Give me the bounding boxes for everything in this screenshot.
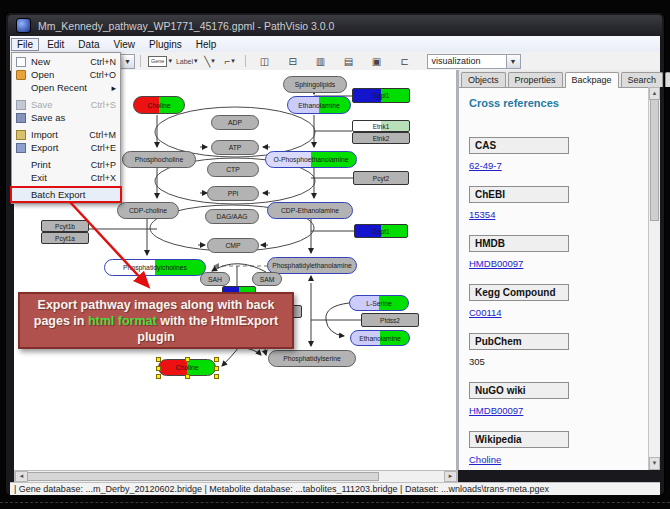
pathway-node-cdp-choline[interactable]: CDP-choline xyxy=(117,202,179,219)
selection-handle[interactable] xyxy=(185,357,190,362)
xref-link[interactable]: 62-49-7 xyxy=(469,160,649,171)
line-tool-button[interactable]: ╲▾ xyxy=(202,54,218,68)
pathway-node-cdp-ethanolamine[interactable]: CDP-Ethanolamine xyxy=(267,202,353,219)
sidebar-vertical-scrollbar[interactable]: ▲ ▼ xyxy=(648,87,660,470)
pathway-node-phosphocholine[interactable]: Phosphocholine xyxy=(122,151,196,168)
selection-handle[interactable] xyxy=(214,374,219,379)
chevron-down-icon[interactable]: ▼ xyxy=(120,55,134,68)
pathway-node-adp[interactable]: ADP xyxy=(211,115,259,130)
pathway-node-etnk2[interactable]: Etnk2 xyxy=(352,132,410,144)
file-menu-item-save-as[interactable]: Save as xyxy=(12,111,120,124)
common-height-button[interactable]: ⊏ xyxy=(397,54,413,68)
title-bar[interactable]: Mm_Kennedy_pathway_WP1771_45176.gpml - P… xyxy=(8,15,662,36)
xref-link[interactable]: C00114 xyxy=(469,307,649,318)
pathway-node-label: Sphingolipids xyxy=(295,81,335,88)
selection-handle[interactable] xyxy=(185,374,190,379)
tab-backpage[interactable]: Backpage xyxy=(565,72,619,88)
label-tool-button[interactable]: Label▾ xyxy=(176,54,198,68)
pathway-node-dag-aag[interactable]: DAG/AAG xyxy=(205,209,259,224)
xref-section-title: Wikipedia xyxy=(469,431,569,448)
file-menu-item-save[interactable]: SaveCtrl+S xyxy=(12,98,120,111)
export-icon xyxy=(16,143,26,153)
backpage-panel: Cross references CAS62-49-7ChEBI15354HMD… xyxy=(459,87,649,470)
pathway-node-choline[interactable]: Choline xyxy=(133,96,185,114)
pathway-node-sphingolipids[interactable]: Sphingolipids xyxy=(283,76,347,93)
common-width-button[interactable]: ▣ xyxy=(369,54,385,68)
pathway-node-sgpl1[interactable]: Sgpl1 xyxy=(352,88,410,103)
tab-properties[interactable]: Properties xyxy=(508,72,563,87)
connector-tool-button[interactable]: ⌐▾ xyxy=(222,54,238,68)
menu-data[interactable]: Data xyxy=(72,38,105,51)
selection-handle[interactable] xyxy=(156,357,161,362)
chevron-down-icon[interactable]: ▾ xyxy=(231,57,235,65)
chevron-down-icon[interactable]: ▾ xyxy=(211,57,215,65)
desktop-background: Mm_Kennedy_pathway_WP1771_45176.gpml - P… xyxy=(0,0,670,509)
pathway-node-pcyt2[interactable]: Pcyt2 xyxy=(353,171,409,185)
pathway-node-label: SAM xyxy=(260,276,275,283)
pathway-node-l-serine[interactable]: L-Serine xyxy=(349,295,409,311)
xref-link[interactable]: HMDB00097 xyxy=(469,405,649,416)
file-menu-item-batch-export[interactable]: Batch Export xyxy=(12,188,120,201)
xref-link[interactable]: Choline xyxy=(469,454,649,465)
pathway-node-ethanolamine[interactable]: Ethanolamine xyxy=(350,330,410,346)
pathway-node-ppi[interactable]: PPi xyxy=(207,186,259,201)
xref-value: 305 xyxy=(469,356,649,367)
pathway-node-phosphatidylserine[interactable]: Phosphatidylserine xyxy=(268,350,356,367)
pathway-node-phosphatidylcholines[interactable]: Phosphatidylcholines xyxy=(104,259,206,276)
scrollbar-thumb[interactable] xyxy=(650,99,659,221)
pathway-node-cept1[interactable]: Cept1 xyxy=(354,224,408,238)
visualization-combobox[interactable]: visualization ▼ xyxy=(427,54,521,69)
tab-search[interactable]: Search xyxy=(621,72,664,87)
gene-tool-button[interactable]: Gene▾ xyxy=(148,54,172,68)
align-center-y-button[interactable]: ⊟ xyxy=(285,54,301,68)
pathway-node-choline[interactable]: Choline xyxy=(158,359,216,376)
selection-handle[interactable] xyxy=(156,366,161,371)
tab-objects[interactable]: Objects xyxy=(461,72,506,87)
tab-legend[interactable]: Legend xyxy=(665,72,670,87)
pathway-node-label: Ptdss2 xyxy=(380,317,400,324)
menu-view[interactable]: View xyxy=(107,38,141,51)
pathway-node-o-phosphoethanolamine[interactable]: O-Phosphoethanolamine xyxy=(265,151,357,168)
menu-file[interactable]: File xyxy=(11,38,39,51)
file-menu-item-export[interactable]: ExportCtrl+E xyxy=(12,141,120,154)
xref-link[interactable]: 15354 xyxy=(469,209,649,220)
pathway-node-pcyt1a[interactable]: Pcyt1a xyxy=(41,232,89,244)
pathway-node-phosphatidylethanolamine[interactable]: Phosphatidylethanolamine xyxy=(267,257,357,274)
pathway-node-sam[interactable]: SAM xyxy=(252,272,282,286)
xref-section-chebi: ChEBI15354 xyxy=(469,184,649,220)
xref-link[interactable]: HMDB00097 xyxy=(469,258,649,269)
pathway-node-cmp[interactable]: CMP xyxy=(207,238,259,253)
xref-section-wikipedia: WikipediaCholine xyxy=(469,429,649,465)
scroll-right-arrow-icon[interactable]: ► xyxy=(444,471,457,482)
selection-handle[interactable] xyxy=(214,357,219,362)
pathway-node-label: CMP xyxy=(225,242,240,249)
scrollbar-thumb[interactable] xyxy=(27,472,379,481)
menu-plugins[interactable]: Plugins xyxy=(143,38,188,51)
pathway-node-ptdss2[interactable]: Ptdss2 xyxy=(361,313,419,327)
pathway-node-label: Choline xyxy=(147,102,170,109)
chevron-down-icon[interactable]: ▼ xyxy=(506,55,520,68)
pathway-node-atp[interactable]: ATP xyxy=(211,140,259,155)
file-menu-item-open[interactable]: OpenCtrl+O xyxy=(12,68,120,81)
pathway-node-ethanolamine[interactable]: Ethanolamine xyxy=(287,96,351,114)
file-menu-item-print[interactable]: PrintCtrl+P xyxy=(12,158,120,171)
pathway-node-pcyt1b[interactable]: Pcyt1b xyxy=(41,220,89,232)
pathway-node-ctp[interactable]: CTP xyxy=(207,162,259,177)
file-menu-item-exit[interactable]: ExitCtrl+X xyxy=(12,171,120,184)
file-menu-item-import[interactable]: ImportCtrl+M xyxy=(12,128,120,141)
chevron-down-icon[interactable]: ▾ xyxy=(194,57,198,65)
align-center-x-button[interactable]: ◫ xyxy=(257,54,273,68)
menu-help[interactable]: Help xyxy=(190,38,223,51)
selection-handle[interactable] xyxy=(156,374,161,379)
file-menu-item-open-recent[interactable]: Open Recent▸ xyxy=(12,81,120,94)
chevron-down-icon[interactable]: ▾ xyxy=(168,57,172,65)
stack-horizontal-button[interactable]: ▥ xyxy=(313,54,329,68)
menu-edit[interactable]: Edit xyxy=(41,38,70,51)
pathway-node-sah[interactable]: SAH xyxy=(200,272,230,286)
scroll-down-arrow-icon[interactable]: ▼ xyxy=(649,457,660,470)
pathway-node-etnk1[interactable]: Etnk1 xyxy=(352,120,410,132)
stack-vertical-button[interactable]: ▤ xyxy=(341,54,357,68)
xref-section-title: PubChem xyxy=(469,333,569,350)
file-menu-item-new[interactable]: NewCtrl+N xyxy=(12,55,120,68)
selection-handle[interactable] xyxy=(214,366,219,371)
